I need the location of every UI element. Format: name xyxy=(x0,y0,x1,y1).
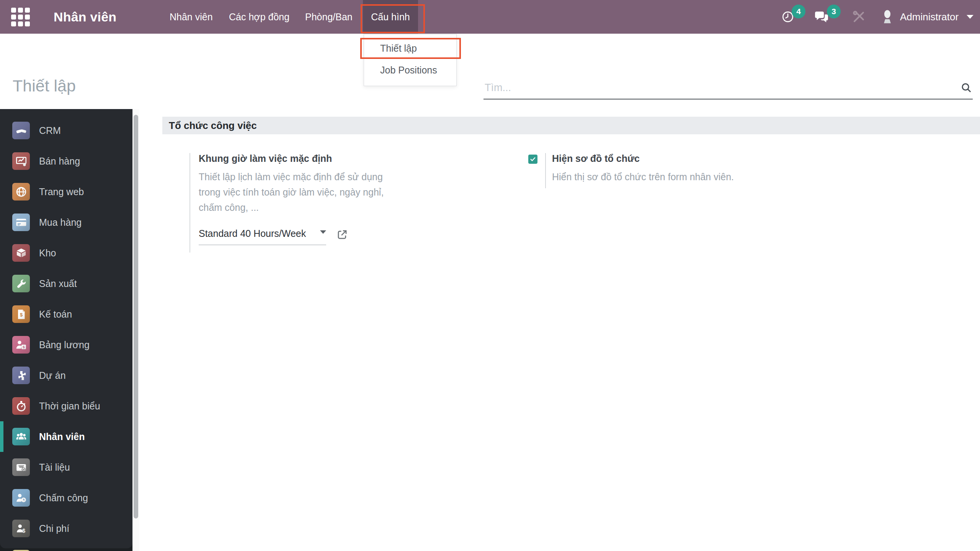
setting-working-hours: Khung giờ làm việc mặc định Thiết lập lị… xyxy=(189,153,416,253)
setting-description: Thiết lập lịch làm việc mặc định để sử d… xyxy=(199,169,402,215)
sidebar-item-thoi-gian-bieu[interactable]: Thời gian biểu xyxy=(0,391,132,421)
control-panel: Thiết lập LƯU HUỶ BỎ xyxy=(0,34,980,109)
nav-menu-nhan-vien[interactable]: Nhân viên xyxy=(161,0,221,34)
sidebar-item-du-an[interactable]: Dự án xyxy=(0,360,132,391)
sidebar-app-list: CRM Bán hàng Trang web Mua hàng Kho Sản … xyxy=(0,115,132,544)
svg-text:$: $ xyxy=(20,312,22,318)
search-box xyxy=(483,79,973,99)
activity-count-badge[interactable]: 4 xyxy=(792,5,805,18)
mrp-app-icon xyxy=(12,275,30,292)
search-icon[interactable] xyxy=(960,82,972,95)
config-dropdown-menu: Thiết lập Job Positions xyxy=(364,34,457,86)
search-input[interactable] xyxy=(483,79,948,94)
dropdown-item-thiet-lap[interactable]: Thiết lập xyxy=(364,37,456,59)
sales-app-icon xyxy=(12,152,30,170)
sidebar-item-label: Trang web xyxy=(39,186,84,197)
section-header: Tổ chức công việc xyxy=(162,117,980,134)
payroll-app-icon: $ xyxy=(12,336,30,354)
purchase-app-icon xyxy=(12,214,30,231)
external-link-icon[interactable] xyxy=(336,229,348,242)
sidebar-item-label: Chấm công xyxy=(39,492,88,504)
sidebar-item-label: Tài liệu xyxy=(39,462,70,473)
app-sidebar-panel: CRM Bán hàng Trang web Mua hàng Kho Sản … xyxy=(0,109,132,548)
attendance-app-icon xyxy=(12,489,30,507)
org-chart-checkbox[interactable] xyxy=(528,155,537,164)
documents-app-icon xyxy=(12,458,30,476)
sidebar-item-label: Bảng lương xyxy=(39,339,90,350)
setting-divider xyxy=(545,153,546,188)
expense-app-icon: $ xyxy=(12,520,30,537)
sidebar-item-tai-lieu[interactable]: Tài liệu xyxy=(0,452,132,483)
sidebar-item-label: Thời gian biểu xyxy=(39,401,100,412)
sidebar-item-crm[interactable]: CRM xyxy=(0,115,132,146)
sidebar-item-label: Mua hàng xyxy=(39,217,82,228)
project-app-icon xyxy=(12,367,30,384)
sidebar-item-trang-web[interactable]: Trang web xyxy=(0,176,132,207)
chevron-down-icon xyxy=(967,15,973,19)
timesheet-app-icon xyxy=(12,397,30,415)
sidebar-item-label: Sản xuất xyxy=(39,278,77,289)
crm-app-icon xyxy=(12,122,30,139)
setting-description: Hiển thị sơ đồ tổ chức trên form nhân vi… xyxy=(552,169,789,184)
messages-chat-icon[interactable] xyxy=(814,0,829,34)
sidebar-item-label: Kế toán xyxy=(39,309,72,320)
dropdown-item-job-positions[interactable]: Job Positions xyxy=(364,59,456,81)
user-name: Administrator xyxy=(900,11,959,23)
apps-menu-icon[interactable] xyxy=(11,8,30,26)
setting-title: Hiện sơ đồ tổ chức xyxy=(552,153,640,164)
working-hours-value: Standard 40 Hours/Week xyxy=(199,228,306,239)
employees-app-icon xyxy=(12,428,30,445)
setting-title: Khung giờ làm việc mặc định xyxy=(199,153,332,164)
accounting-app-icon: $ xyxy=(12,305,30,323)
sidebar-item-label: Bán hàng xyxy=(39,156,80,167)
nav-menu-phong-ban[interactable]: Phòng/Ban xyxy=(297,0,361,34)
sidebar-item-nhan-vien[interactable]: Nhân viên xyxy=(0,421,132,452)
sidebar-item-label: CRM xyxy=(39,125,61,136)
settings-content: Tổ chức công việc Khung giờ làm việc mặc… xyxy=(139,109,980,551)
sidebar-scrollbar[interactable] xyxy=(132,109,139,551)
sidebar-scrollbar-thumb[interactable] xyxy=(134,115,138,518)
sidebar-item-label: Nhân viên xyxy=(39,431,85,442)
activity-clock-icon[interactable] xyxy=(782,0,794,34)
sidebar-item-ban-hang[interactable]: Bán hàng xyxy=(0,146,132,176)
sidebar-item-bang-luong[interactable]: $ Bảng lương xyxy=(0,329,132,360)
sidebar-item-mua-hang[interactable]: Mua hàng xyxy=(0,207,132,238)
sidebar-item-label: Chi phí xyxy=(39,523,69,534)
sidebar-item-kho[interactable]: Kho xyxy=(0,238,132,268)
company-working-hours-field: Standard 40 Hours/Week xyxy=(199,228,326,245)
app-sidebar: CRM Bán hàng Trang web Mua hàng Kho Sản … xyxy=(0,109,132,551)
page-title: Thiết lập xyxy=(13,77,76,95)
website-app-icon xyxy=(12,183,30,201)
sidebar-item-san-xuat[interactable]: Sản xuất xyxy=(0,268,132,299)
user-menu[interactable]: Administrator xyxy=(880,0,973,34)
app-brand-title: Nhân viên xyxy=(54,0,116,34)
svg-text:$: $ xyxy=(22,527,25,533)
user-avatar xyxy=(880,8,894,26)
sidebar-item-ke-toan[interactable]: $ Kế toán xyxy=(0,299,132,329)
nav-menu-cac-hop-dong[interactable]: Các hợp đồng xyxy=(220,0,298,34)
nav-menu-cau-hinh[interactable]: Cấu hình xyxy=(363,0,418,34)
working-hours-select[interactable]: Standard 40 Hours/Week xyxy=(199,228,326,245)
inventory-app-icon xyxy=(12,244,30,262)
sidebar-item-cham-cong[interactable]: Chấm công xyxy=(0,483,132,513)
messages-count-badge[interactable]: 3 xyxy=(827,5,841,18)
developer-tools-icon[interactable] xyxy=(851,0,866,34)
svg-text:$: $ xyxy=(23,345,25,349)
select-caret-icon xyxy=(320,230,326,234)
top-navbar: Nhân viên Nhân viên Các hợp đồng Phòng/B… xyxy=(0,0,980,34)
sidebar-item-label: Dự án xyxy=(39,370,66,381)
sidebar-item-chi-phi[interactable]: $ Chi phí xyxy=(0,513,132,544)
sidebar-item-label: Kho xyxy=(39,248,56,259)
